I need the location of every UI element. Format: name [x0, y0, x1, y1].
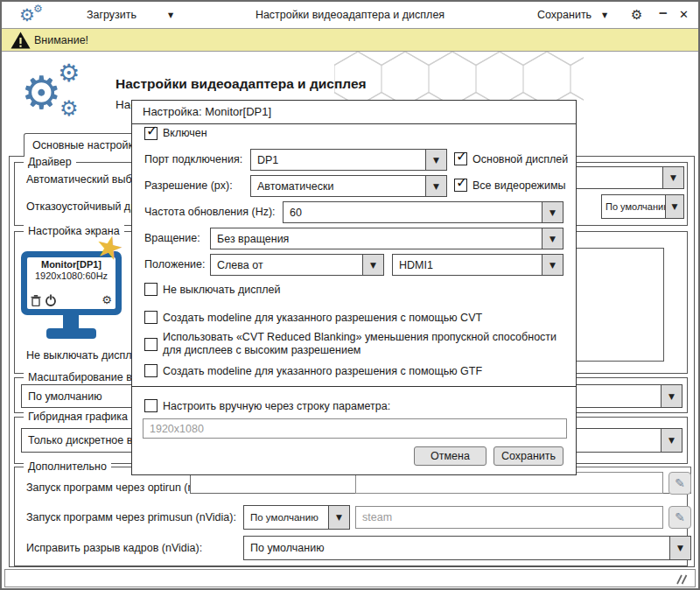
manual-mode-input[interactable]: 1920x1080: [143, 418, 567, 439]
rotation-value: Без вращения: [211, 228, 542, 249]
tab-label: Основные настройки: [32, 139, 139, 152]
tearing-select[interactable]: По умолчанию ▼: [243, 536, 691, 560]
cvt-label: Создать modeline для указанного разрешен…: [163, 312, 482, 325]
logo-gear-large-icon: ⚙: [21, 70, 62, 116]
dropdown-arrow-icon: ▼: [542, 202, 563, 222]
window-title: Настройки видеоадаптера и дисплея: [2, 9, 698, 22]
enabled-checkbox[interactable]: ✓: [144, 127, 158, 140]
enabled-label: Включен: [163, 127, 207, 140]
cancel-label: Отмена: [430, 450, 470, 462]
save-label: Сохранить: [501, 450, 556, 462]
warning-text: Внимание!: [34, 34, 88, 47]
primusun-command-input[interactable]: steam: [355, 506, 663, 529]
primusun-edit-button[interactable]: ✎: [668, 506, 691, 529]
primusun-value: По умолчанию: [244, 506, 328, 529]
position-value: Слева от: [211, 255, 362, 275]
close-button[interactable]: ✕: [679, 8, 689, 21]
app-window: ⚙ ⚙ Загрузить ▼ Настройки видеоадаптера …: [0, 0, 700, 590]
check-icon: ✓: [456, 174, 467, 191]
dropdown-arrow-icon: ▼: [542, 255, 563, 275]
resolution-value: Автоматически: [251, 176, 425, 196]
manual-label: Настроить вручную через строку параметра…: [163, 400, 390, 413]
settings-gear-icon[interactable]: ⚙: [631, 7, 642, 23]
resolution-label: Разрешение (px):: [144, 179, 233, 193]
rotation-select[interactable]: Без вращения ▼: [210, 228, 564, 249]
dropdown-arrow-icon: ▼: [425, 150, 446, 170]
refresh-select[interactable]: 60 ▼: [283, 201, 564, 223]
dropdown-arrow-icon: ▼: [328, 506, 349, 529]
dropdown-arrow-icon: ▼: [661, 385, 682, 407]
position-target-select[interactable]: HDMI1 ▼: [392, 254, 564, 276]
power-monitor-icon[interactable]: [45, 294, 57, 306]
dropdown-arrow-icon: ▼: [661, 429, 682, 452]
cvt-rb-checkbox[interactable]: [144, 338, 158, 351]
delete-monitor-icon[interactable]: [31, 295, 41, 306]
driver-legend: Драйвер: [24, 156, 76, 168]
tab-main-settings[interactable]: Основные настройки: [24, 133, 146, 157]
all-modes-checkbox[interactable]: ✓: [454, 179, 467, 192]
cvt-rb-label-line1: Использовать «CVT Reduced Blanking» умен…: [163, 331, 556, 344]
pencil-icon: ✎: [675, 476, 685, 490]
port-label: Порт подключения:: [144, 153, 242, 166]
dialog-separator: [132, 386, 576, 387]
save-dropdown-arrow-icon[interactable]: ▼: [602, 11, 607, 19]
hybrid-legend: Гибридная графика: [24, 411, 132, 423]
position-label: Положение:: [144, 258, 206, 271]
screen-keep-on-label: Не выключать дисплей: [26, 349, 144, 362]
manual-checkbox[interactable]: [144, 399, 158, 412]
keep-on-checkbox[interactable]: [144, 283, 158, 296]
tearing-value: По умолчанию: [244, 537, 669, 559]
dropdown-arrow-icon: ▼: [542, 228, 563, 249]
dropdown-arrow-icon: ▼: [362, 255, 383, 275]
logo-gear-medium-icon: ⚙: [58, 61, 80, 86]
manual-placeholder: 1920x1080: [150, 423, 204, 435]
port-select[interactable]: DP1 ▼: [250, 149, 447, 171]
save-button[interactable]: Сохранить: [537, 9, 592, 22]
pencil-icon: ✎: [675, 510, 685, 524]
tearing-label: Исправить разрыв кадров (nVidia):: [26, 542, 202, 555]
cancel-button[interactable]: Отмена: [414, 446, 486, 466]
dropdown-arrow-icon: ▼: [425, 176, 446, 196]
gtf-checkbox[interactable]: [144, 364, 158, 377]
dropdown-arrow-icon: ▼: [662, 167, 683, 188]
minimize-button[interactable]: –: [659, 4, 667, 22]
cvt-rb-label-line2: для дисплеев с высоким разрешением: [163, 344, 360, 357]
position-select[interactable]: Слева от ▼: [210, 254, 384, 276]
title-bar: ⚙ ⚙ Загрузить ▼ Настройки видеоадаптера …: [2, 2, 698, 29]
port-value: DP1: [251, 150, 425, 170]
primusun-select[interactable]: По умолчанию ▼: [243, 505, 350, 530]
warning-icon: [10, 32, 31, 49]
rotation-label: Вращение:: [144, 232, 200, 245]
gtf-label: Создать modeline для указанного разрешен…: [163, 365, 482, 378]
driver-failsafe-select[interactable]: По умолчанию ▼: [601, 194, 684, 219]
primary-display-checkbox[interactable]: ✓: [454, 152, 467, 165]
monitor-stand: [63, 314, 79, 329]
page-title: Настройки видеоадаптера и дисплея: [116, 77, 367, 90]
logo-gear-small-icon: ⚙: [60, 98, 79, 119]
primusun-placeholder: steam: [362, 511, 392, 523]
all-modes-label: Все видеорежимы: [472, 179, 566, 193]
optirun-edit-button[interactable]: ✎: [668, 472, 691, 495]
check-icon: ✓: [146, 123, 158, 139]
monitor-settings-dialog: Настройка: Monitor[DP1] ✓ Включен Порт п…: [131, 100, 577, 475]
extra-legend: Дополнительно: [24, 460, 111, 473]
dropdown-arrow-icon: ▼: [665, 195, 683, 218]
cvt-checkbox[interactable]: [144, 311, 158, 324]
resize-grip[interactable]: [673, 574, 688, 585]
keep-on-label: Не выключать дисплей: [163, 284, 281, 297]
monitor-mode: 1920x1080:60Hz: [27, 270, 116, 281]
warning-banner: Внимание!: [2, 28, 698, 52]
check-icon: ✓: [456, 148, 467, 165]
position-target-value: HDMI1: [393, 255, 542, 275]
monitor-settings-gear-icon[interactable]: ⚙: [102, 294, 112, 306]
refresh-label: Частота обновления (Hz):: [144, 206, 276, 219]
driver-failsafe-value: По умолчанию: [602, 195, 665, 218]
dialog-title: Настройка: Monitor[DP1]: [132, 101, 576, 124]
dropdown-arrow-icon: ▼: [669, 537, 690, 559]
save-dialog-button[interactable]: Сохранить: [494, 446, 564, 466]
monitor-screen: Monitor[DP1] 1920x1080:60Hz ⚙: [27, 257, 116, 309]
primary-display-label: Основной дисплей: [472, 153, 568, 166]
status-bar: [4, 569, 696, 587]
monitor-base: [46, 328, 96, 339]
resolution-select[interactable]: Автоматически ▼: [250, 175, 447, 197]
